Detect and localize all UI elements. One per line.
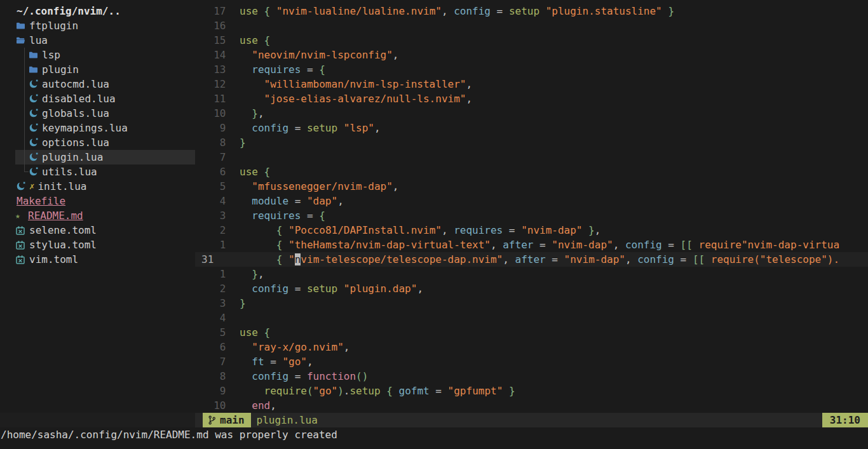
tree-item-globals-lua[interactable]: globals.lua xyxy=(0,106,195,121)
code-token: "gpfumpt" xyxy=(448,385,503,397)
tree-item-lua[interactable]: lua xyxy=(0,33,195,48)
tree-item-stylua-toml[interactable]: stylua.toml xyxy=(0,238,195,252)
code-text: { "theHamsta/nvim-dap-virtual-text", aft… xyxy=(226,238,840,252)
tree-item-disabled-lua[interactable]: disabled.lua xyxy=(0,91,195,106)
lua-icon xyxy=(28,94,38,104)
code-token: after xyxy=(503,239,533,251)
code-line[interactable]: 4 module = "dap", xyxy=(195,194,868,208)
tree-item-plugin[interactable]: plugin xyxy=(0,62,195,77)
code-token xyxy=(240,78,264,90)
code-token xyxy=(240,253,276,265)
tree-item-label: init.lua xyxy=(37,179,86,194)
indent-guide xyxy=(24,77,25,91)
tree-item-ftplugin[interactable]: ftplugin xyxy=(0,18,195,33)
code-line[interactable]: 2 config = setup "plugin.dap", xyxy=(195,281,868,296)
tree-item-lsp[interactable]: lsp xyxy=(0,48,195,62)
code-line[interactable]: 9 require("go").setup { gofmt = "gpfumpt… xyxy=(195,384,868,398)
code-token xyxy=(282,224,288,236)
code-line[interactable]: 13 requires = { xyxy=(195,62,868,77)
code-token: , xyxy=(466,78,472,90)
code-token: setup xyxy=(307,283,337,295)
line-number: 9 xyxy=(201,121,226,135)
code-editor[interactable]: 17use { "nvim-lualine/lualine.nvim", con… xyxy=(195,0,868,413)
tree-item-plugin-lua[interactable]: plugin.lua xyxy=(0,150,195,164)
code-token: setup xyxy=(349,385,380,397)
tree-item-readme-md[interactable]: ★README.md xyxy=(0,208,195,223)
code-token: = xyxy=(288,195,307,207)
code-line[interactable]: 1 { "theHamsta/nvim-dap-virtual-text", a… xyxy=(195,238,868,252)
code-line[interactable]: 17use { "nvim-lualine/lualine.nvim", con… xyxy=(195,4,868,18)
code-token: = xyxy=(264,356,283,368)
code-token: { xyxy=(264,34,271,46)
code-token: require xyxy=(264,385,307,397)
code-line[interactable]: 7 xyxy=(195,150,868,164)
code-line[interactable]: 6 "ray-x/go.nvim", xyxy=(195,340,868,354)
code-token: { xyxy=(276,224,283,236)
line-number: 8 xyxy=(201,135,226,150)
code-token: "dap" xyxy=(307,195,337,207)
code-line[interactable]: 12 "williamboman/nvim-lsp-installer", xyxy=(195,77,868,91)
code-text: use { xyxy=(226,164,271,179)
code-line[interactable]: 14 "neovim/nvim-lspconfig", xyxy=(195,48,868,62)
code-line[interactable]: 11 "jose-elias-alvarez/null-ls.nvim", xyxy=(195,91,868,106)
code-token: config xyxy=(252,283,288,295)
code-text: { "Pocco81/DAPInstall.nvim", requires = … xyxy=(226,223,601,238)
code-token: } xyxy=(509,385,515,397)
tree-item-options-lua[interactable]: options.lua xyxy=(0,135,195,150)
tree-item-label: utils.lua xyxy=(42,164,97,179)
code-line-current[interactable]: 31 { "nvim-telescope/telescope-dap.nvim"… xyxy=(195,252,868,267)
code-token: , xyxy=(442,224,454,236)
code-token: use xyxy=(240,326,258,338)
tree-item-autocmd-lua[interactable]: autocmd.lua xyxy=(0,77,195,91)
code-line[interactable]: 3 requires = { xyxy=(195,208,868,223)
indent-guide xyxy=(24,48,25,62)
code-line[interactable]: 2 { "Pocco81/DAPInstall.nvim", requires … xyxy=(195,223,868,238)
code-token: requires xyxy=(252,64,301,76)
code-token xyxy=(240,399,252,412)
code-token: , xyxy=(625,253,637,265)
line-number: 7 xyxy=(201,354,226,369)
tree-item-init-lua[interactable]: ✗init.lua xyxy=(0,179,195,194)
code-line[interactable]: 7 ft = "go", xyxy=(195,354,868,369)
code-line[interactable]: 9 config = setup "lsp", xyxy=(195,121,868,135)
code-line[interactable]: 10 }, xyxy=(195,106,868,121)
tree-item-selene-toml[interactable]: selene.toml xyxy=(0,223,195,238)
code-text: module = "dap", xyxy=(226,194,344,208)
code-line[interactable]: 5 "mfussenegger/nvim-dap", xyxy=(195,179,868,194)
code-line[interactable]: 15use { xyxy=(195,33,868,48)
code-token: , xyxy=(393,49,399,61)
code-line[interactable]: 4 xyxy=(195,311,868,325)
folder-icon xyxy=(15,22,25,30)
code-token: "nvim-dap" xyxy=(521,224,582,236)
code-line[interactable]: 16 xyxy=(195,18,868,33)
code-line[interactable]: 6use { xyxy=(195,164,868,179)
code-text: use { xyxy=(226,33,271,48)
code-line[interactable]: 5use { xyxy=(195,325,868,340)
code-token: module xyxy=(252,195,288,207)
tree-item-makefile[interactable]: Makefile xyxy=(0,194,195,208)
tree-item-keymapings-lua[interactable]: keymapings.lua xyxy=(0,121,195,135)
code-token xyxy=(240,385,264,397)
code-line[interactable]: 10 end, xyxy=(195,398,868,413)
tree-item-label: stylua.toml xyxy=(29,238,97,252)
code-text: require("go").setup { gofmt = "gpfumpt" … xyxy=(226,384,515,398)
indent-guide xyxy=(24,121,25,135)
code-token: , xyxy=(595,224,601,236)
code-line[interactable]: 8 config = function() xyxy=(195,369,868,384)
code-token: { xyxy=(319,64,325,76)
code-token: , xyxy=(307,356,313,368)
code-line[interactable]: 1 }, xyxy=(195,267,868,281)
code-token xyxy=(240,239,276,251)
code-token: , xyxy=(374,122,381,134)
code-line[interactable]: 8} xyxy=(195,135,868,150)
tree-item-vim-toml[interactable]: vim.toml xyxy=(0,252,195,267)
code-text: } xyxy=(226,296,246,311)
tree-item-utils-lua[interactable]: utils.lua xyxy=(0,164,195,179)
code-token: = xyxy=(533,239,552,251)
code-line[interactable]: 3} xyxy=(195,296,868,311)
indent-guide xyxy=(24,135,25,150)
code-text: ft = "go", xyxy=(226,354,313,369)
file-tree: ftpluginlualsppluginautocmd.luadisabled.… xyxy=(0,18,195,267)
line-number: 4 xyxy=(201,311,226,325)
code-token: config xyxy=(454,5,491,17)
